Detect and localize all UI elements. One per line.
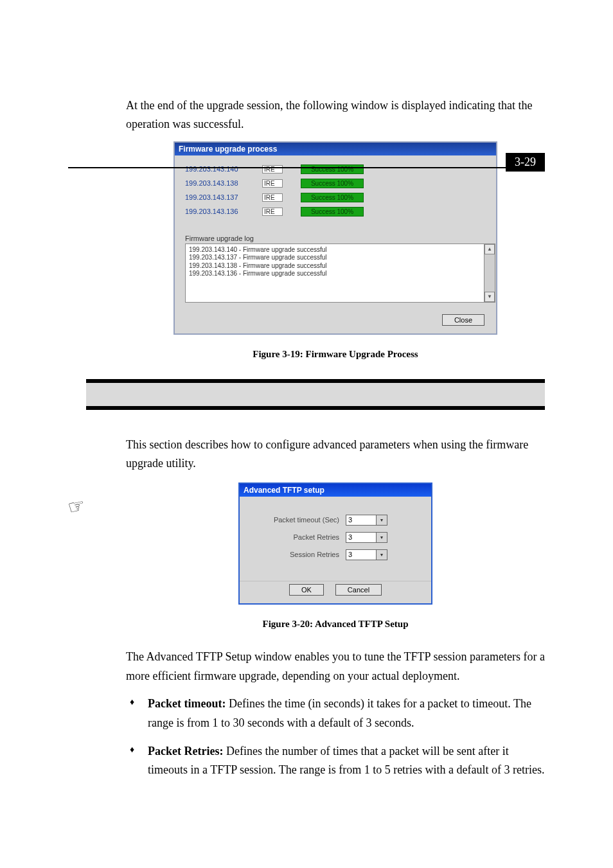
packet-timeout-input[interactable] — [346, 515, 377, 526]
ip-address: 199.203.143.138 — [185, 179, 244, 187]
figure-caption: Figure 3-19: Firmware Upgrade Process — [126, 349, 545, 360]
header-rule — [68, 167, 545, 168]
session-retries-input[interactable] — [346, 549, 377, 560]
field-label: Packet timeout (Sec) — [253, 516, 346, 524]
advanced-tftp-dialog: Advanced TFTP setup Packet timeout (Sec)… — [238, 483, 432, 605]
ip-address: 199.203.143.137 — [185, 193, 244, 201]
packet-retries-combo[interactable]: ▼ — [346, 532, 387, 543]
session-retries-combo[interactable]: ▼ — [346, 549, 387, 560]
scroll-down-icon[interactable]: ▼ — [484, 292, 495, 302]
progress-row: 199.203.143.136 IRE Success 100% — [185, 207, 486, 217]
ip-address: 199.203.143.140 — [185, 165, 244, 173]
packet-timeout-combo[interactable]: ▼ — [346, 515, 387, 526]
bullet-list: Packet timeout: Defines the time (in sec… — [126, 695, 545, 780]
packet-retries-input[interactable] — [346, 532, 377, 543]
form-row: Packet timeout (Sec) ▼ — [253, 515, 418, 526]
progress-row: 199.203.143.138 IRE Success 100% — [185, 179, 486, 188]
window-titlebar: Firmware upgrade process — [175, 143, 496, 155]
ire-label: IRE — [262, 165, 283, 173]
form-row: Packet Retries ▼ — [253, 532, 418, 543]
chevron-down-icon[interactable]: ▼ — [377, 549, 387, 560]
progress-bar: Success 100% — [301, 179, 364, 188]
ip-address: 199.203.143.136 — [185, 208, 244, 215]
log-line: 199.203.143.140 - Firmware upgrade succe… — [189, 246, 482, 254]
ok-button[interactable]: OK — [289, 584, 324, 596]
bullet-label: Packet timeout: — [148, 697, 226, 710]
progress-bar: Success 100% — [301, 207, 364, 217]
field-label: Session Retries — [253, 551, 346, 558]
log-label: Firmware upgrade log — [185, 235, 486, 242]
list-item: Packet timeout: Defines the time (in sec… — [126, 695, 545, 732]
ire-label: IRE — [262, 193, 283, 202]
intro-paragraph: At the end of the upgrade session, the f… — [126, 96, 545, 134]
list-item: Packet Retries: Defines the number of ti… — [126, 742, 545, 780]
section-intro: This section describes how to configure … — [126, 436, 545, 474]
log-line: 199.203.143.136 - Firmware upgrade succe… — [189, 270, 482, 278]
progress-row: 199.203.143.137 IRE Success 100% — [185, 193, 486, 202]
note-block — [86, 379, 545, 410]
chevron-down-icon[interactable]: ▼ — [377, 515, 387, 526]
progress-row: 199.203.143.140 IRE Success 100% — [185, 164, 486, 174]
figure-caption: Figure 3-20: Advanced TFTP Setup — [126, 619, 545, 630]
cancel-button[interactable]: Cancel — [335, 584, 382, 596]
log-line: 199.203.143.138 - Firmware upgrade succe… — [189, 262, 482, 270]
scrollbar[interactable]: ▲ ▼ — [484, 244, 495, 303]
body-paragraph: The Advanced TFTP Setup window enables y… — [126, 648, 545, 686]
log-line: 199.203.143.137 - Firmware upgrade succe… — [189, 254, 482, 262]
ire-label: IRE — [262, 208, 283, 216]
chevron-down-icon[interactable]: ▼ — [377, 532, 387, 543]
dialog-titlebar: Advanced TFTP setup — [240, 484, 431, 497]
bullet-label: Packet Retries: — [148, 745, 223, 757]
form-row: Session Retries ▼ — [253, 549, 418, 560]
progress-bar: Success 100% — [301, 164, 364, 174]
field-label: Packet Retries — [253, 533, 346, 541]
close-button[interactable]: Close — [442, 314, 484, 326]
progress-bar: Success 100% — [301, 193, 364, 202]
scroll-up-icon[interactable]: ▲ — [484, 244, 495, 254]
ire-label: IRE — [262, 179, 283, 188]
page-number: 3-29 — [506, 153, 545, 172]
hand-pointer-icon: ☞ — [66, 493, 88, 519]
log-textarea[interactable]: 199.203.143.140 - Firmware upgrade succe… — [185, 244, 486, 303]
firmware-upgrade-window: Firmware upgrade process 199.203.143.140… — [173, 141, 497, 335]
